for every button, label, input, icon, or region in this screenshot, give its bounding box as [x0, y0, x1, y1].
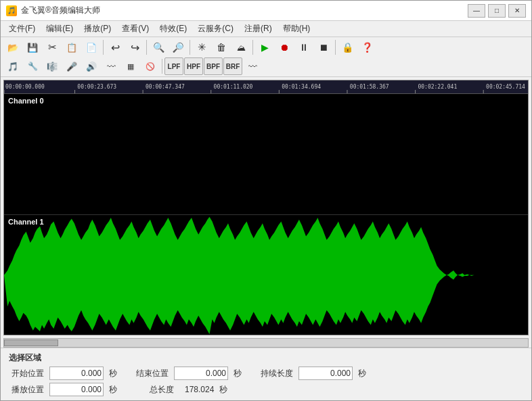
- menu-help[interactable]: 帮助(H): [278, 22, 316, 36]
- separator-5: [335, 40, 336, 55]
- speaker-button[interactable]: 🔊: [82, 57, 101, 75]
- pause-button[interactable]: ⏸: [294, 39, 313, 56]
- play-pos-unit: 秒: [109, 384, 117, 396]
- menu-file[interactable]: 文件(F): [3, 22, 41, 36]
- svg-text:00:01:34.694: 00:01:34.694: [282, 84, 321, 90]
- separator-1: [103, 40, 104, 55]
- timeline-svg: 00:00:00.000 00:00:23.673 00:00:47.347 0…: [4, 80, 528, 94]
- mix-button[interactable]: 🎵: [3, 57, 22, 75]
- info-panel: 选择区域 开始位置 秒 结束位置 秒 持续长度 秒 播放位置 秒 总长度 178…: [1, 348, 531, 400]
- total-length-label: 总长度: [139, 384, 174, 396]
- toolbar: 📂 💾 ✂ 📋 📄 ↩ ↪ 🔍 🔍 ✳ 🗑 ⛰ ▶ ⏺ ⏸ ⏹ 🔒 ❓ 🎵: [1, 37, 531, 77]
- selection-title: 选择区域: [9, 352, 523, 364]
- normalize-button[interactable]: ⛰: [231, 39, 250, 56]
- record-button[interactable]: ⏺: [275, 39, 294, 56]
- zoom-out-button[interactable]: 🔍: [169, 39, 187, 56]
- svg-text:00:01:58.367: 00:01:58.367: [350, 84, 389, 90]
- scrollbar-thumb[interactable]: [4, 339, 58, 346]
- bpf-button[interactable]: BPF: [204, 57, 223, 75]
- duration-unit: 秒: [358, 368, 366, 379]
- start-pos-unit: 秒: [109, 368, 117, 379]
- lock-button[interactable]: 🔒: [338, 39, 357, 56]
- menu-effects[interactable]: 特效(E): [154, 22, 192, 36]
- redo-button[interactable]: ↪: [125, 39, 144, 56]
- separator-4: [252, 40, 253, 55]
- toolbar-row-1: 📂 💾 ✂ 📋 📄 ↩ ↪ 🔍 🔍 ✳ 🗑 ⛰ ▶ ⏺ ⏸ ⏹ 🔒 ❓: [3, 39, 529, 56]
- channel-1-label: Channel 1: [8, 218, 44, 226]
- end-pos-unit: 秒: [234, 368, 242, 379]
- info-rows: 开始位置 秒 结束位置 秒 持续长度 秒 播放位置 秒 总长度 178.024 …: [9, 367, 523, 396]
- horizontal-scrollbar[interactable]: [3, 338, 529, 348]
- separator-3: [190, 40, 190, 55]
- undo-button[interactable]: ↩: [106, 39, 125, 56]
- brf-button[interactable]: BRF: [223, 57, 242, 75]
- svg-text:00:00:23.673: 00:00:23.673: [77, 84, 116, 90]
- play-button[interactable]: ▶: [255, 39, 274, 56]
- menu-view[interactable]: 查看(V): [116, 22, 154, 36]
- spectrum-button[interactable]: ▦: [121, 57, 140, 75]
- separator-2: [146, 40, 147, 55]
- maximize-button[interactable]: □: [488, 4, 506, 18]
- app-icon: 🎵: [6, 5, 17, 16]
- select-all-button[interactable]: ✳: [192, 39, 211, 56]
- start-pos-input[interactable]: [49, 367, 104, 380]
- info-row-1: 开始位置 秒 结束位置 秒 持续长度 秒: [9, 367, 523, 380]
- channel-0-label: Channel 0: [8, 97, 44, 105]
- help-button[interactable]: ❓: [357, 39, 376, 56]
- play-pos-label: 播放位置: [9, 384, 44, 396]
- menu-bar: 文件(F) 编辑(E) 播放(P) 查看(V) 特效(E) 云服务(C) 注册(…: [1, 21, 531, 37]
- menu-play[interactable]: 播放(P): [79, 22, 116, 36]
- channel-1: Channel 1: [4, 215, 528, 335]
- window-title: 金飞翼®音频编辑大师: [21, 5, 100, 16]
- waveform-area: 00:00:00.000 00:00:23.673 00:00:47.347 0…: [3, 80, 529, 335]
- start-pos-label: 开始位置: [9, 368, 44, 379]
- svg-text:00:01:11.020: 00:01:11.020: [214, 84, 253, 90]
- svg-text:00:02:22.041: 00:02:22.041: [418, 84, 457, 90]
- channels-container: Channel 0 // Generate waveform path Chan…: [4, 94, 528, 335]
- svg-text:00:02:45.714: 00:02:45.714: [486, 84, 525, 90]
- channel-0-waveform: // Generate waveform path: [4, 94, 528, 214]
- stop-button[interactable]: ⏹: [314, 39, 333, 56]
- channel-1-waveform: [4, 215, 528, 335]
- mute-button[interactable]: 🚫: [141, 57, 160, 75]
- score-button[interactable]: 🎼: [43, 57, 62, 75]
- save-button[interactable]: 💾: [23, 39, 42, 56]
- delete-button[interactable]: 🗑: [212, 39, 231, 56]
- svg-rect-17: [4, 94, 528, 214]
- copy-button[interactable]: 📋: [62, 39, 81, 56]
- svg-text:00:00:47.347: 00:00:47.347: [146, 84, 185, 90]
- paste-button[interactable]: 📄: [82, 39, 101, 56]
- info-row-2: 播放位置 秒 总长度 178.024 秒: [9, 383, 523, 396]
- window-controls: — □ ✕: [468, 4, 526, 18]
- zoom-in-button[interactable]: 🔍: [149, 39, 168, 56]
- wave-button[interactable]: 〰: [102, 57, 120, 75]
- title-left: 🎵 金飞翼®音频编辑大师: [6, 5, 100, 16]
- duration-label: 持续长度: [258, 368, 293, 379]
- hpf-button[interactable]: HPF: [184, 57, 203, 75]
- toolbar-row-2: 🎵 🔧 🎼 🎤 🔊 〰 ▦ 🚫 LPF HPF BPF BRF 〰: [3, 57, 529, 75]
- end-pos-label: 结束位置: [133, 368, 169, 379]
- separator-6: [162, 59, 162, 74]
- title-bar: 🎵 金飞翼®音频编辑大师 — □ ✕: [1, 1, 531, 21]
- total-length-unit: 秒: [219, 384, 227, 396]
- menu-edit[interactable]: 编辑(E): [41, 22, 79, 36]
- menu-cloud[interactable]: 云服务(C): [192, 22, 239, 36]
- open-button[interactable]: 📂: [3, 39, 22, 56]
- cut-button[interactable]: ✂: [43, 39, 62, 56]
- svg-text:00:00:00.000: 00:00:00.000: [5, 84, 45, 90]
- menu-register[interactable]: 注册(R): [239, 22, 278, 36]
- channel-0: Channel 0 // Generate waveform path: [4, 94, 528, 215]
- duration-input[interactable]: [298, 367, 353, 380]
- lpf-button[interactable]: LPF: [164, 57, 183, 75]
- end-pos-input[interactable]: [174, 367, 228, 380]
- total-length-value: 178.024: [185, 385, 214, 394]
- eq-button[interactable]: 〰: [243, 57, 262, 75]
- play-pos-input[interactable]: [49, 383, 104, 396]
- close-button[interactable]: ✕: [508, 4, 526, 18]
- timeline: 00:00:00.000 00:00:23.673 00:00:47.347 0…: [4, 80, 528, 94]
- mic-button[interactable]: 🎤: [62, 57, 81, 75]
- tools-button[interactable]: 🔧: [23, 57, 42, 75]
- main-window: 🎵 金飞翼®音频编辑大师 — □ ✕ 文件(F) 编辑(E) 播放(P) 查看(…: [0, 0, 532, 401]
- minimize-button[interactable]: —: [468, 4, 485, 18]
